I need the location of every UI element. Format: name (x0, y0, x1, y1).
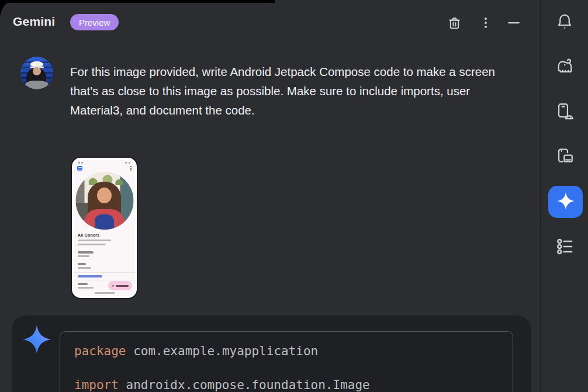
pencil-icon (112, 285, 114, 287)
bell-icon (555, 12, 574, 34)
code-content: package com.example.myapplication import… (60, 332, 513, 392)
phone-screen: Ali Conors (74, 159, 135, 296)
user-avatar (20, 57, 53, 89)
gemini-tool-window: Gemini Preview (0, 0, 588, 392)
preview-badge: Preview (70, 14, 119, 30)
user-message: For this image provided, write Android J… (70, 62, 503, 120)
gradle-elephant-icon (554, 56, 575, 78)
edit-profile-fab (108, 281, 132, 290)
sidebar-item-notifications[interactable] (552, 11, 577, 34)
sidebar-item-running-devices[interactable] (552, 101, 577, 124)
code-line: import androidx.compose.foundation.Image (74, 377, 499, 392)
sidebar-item-structure[interactable] (552, 236, 577, 259)
panel-header: Gemini Preview (0, 0, 540, 42)
window-edge (0, 0, 275, 3)
trash-icon (447, 15, 462, 31)
more-options-button[interactable] (476, 13, 496, 33)
gemini-sparkle-icon (22, 324, 52, 355)
window-corner (0, 0, 15, 15)
code-line: package com.example.myapplication (74, 343, 499, 360)
sidebar-item-gradle[interactable] (552, 55, 577, 79)
trash-button[interactable] (444, 13, 464, 33)
devices-icon (555, 145, 575, 169)
minimize-icon (505, 14, 523, 32)
profile-photo (75, 172, 133, 230)
bulleted-list-icon (554, 236, 575, 259)
app-menu-icon (77, 166, 82, 171)
home-indicator (94, 292, 115, 294)
overflow-icon (130, 166, 132, 171)
profile-name: Ali Conors (78, 233, 99, 237)
sidebar-item-gemini-active[interactable] (548, 186, 583, 218)
code-block[interactable]: package com.example.myapplication import… (60, 331, 513, 392)
panel-title: Gemini (13, 15, 55, 29)
assistant-response-card: package com.example.myapplication import… (12, 315, 531, 392)
tool-strip (541, 0, 588, 392)
phone-android-icon (555, 101, 575, 124)
attachment-image[interactable]: Ali Conors (71, 157, 138, 299)
kebab-menu-icon (478, 15, 493, 30)
sidebar-item-device-manager[interactable] (552, 145, 577, 169)
gemini-sparkle-white-icon (556, 191, 576, 213)
minimize-button[interactable] (504, 13, 524, 33)
